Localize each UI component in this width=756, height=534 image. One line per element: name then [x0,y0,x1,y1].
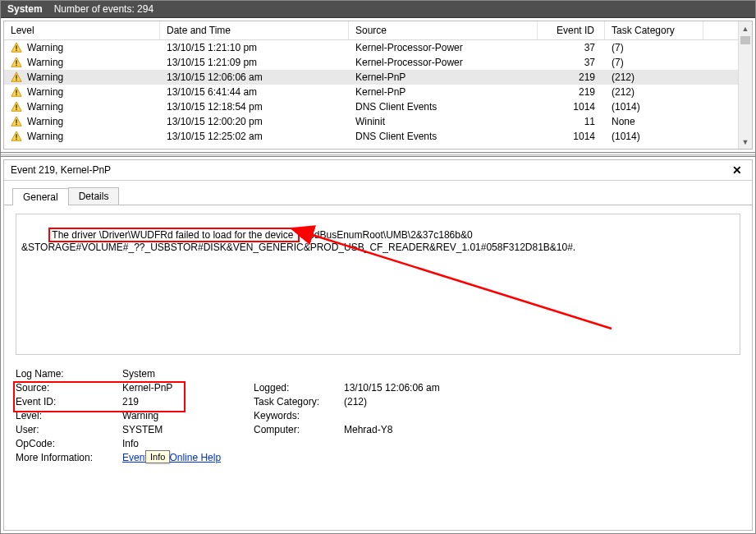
opcode-label: OpCode: [16,438,122,449]
cell-event-id: 219 [538,70,605,85]
col-source[interactable]: Source [349,21,538,39]
close-icon[interactable]: ✕ [729,163,745,177]
level-text: Warning [27,57,63,68]
tooltip: Info [145,450,170,463]
cell-source: DNS Client Events [349,129,538,144]
col-task-category[interactable]: Task Category [605,21,703,39]
col-event-id[interactable]: Event ID [538,21,605,39]
table-row[interactable]: Warning13/10/15 1:21:10 pmKernel-Process… [4,40,752,55]
svg-rect-2 [16,50,16,51]
message-highlight: The driver \Driver\WUDFRd failed to load… [48,228,299,242]
scroll-up-arrow[interactable]: ▲ [739,21,752,35]
svg-rect-20 [16,139,16,140]
table-row[interactable]: Warning13/10/15 1:21:09 pmKernel-Process… [4,55,752,70]
cell-datetime: 13/10/15 12:25:02 am [160,129,349,144]
log-name-value: System [122,368,254,380]
cell-event-id: 37 [538,40,605,55]
keywords-value [344,410,508,421]
cell-task-category: (212) [605,85,703,99]
logged-label: Logged: [254,382,344,394]
cell-task-category: (212) [605,70,703,85]
event-log-online-help-link[interactable]: Event Log Online Help [122,452,221,463]
cell-level: Warning [4,40,160,55]
svg-rect-8 [16,80,16,81]
table-row[interactable]: Warning13/10/15 12:06:06 amKernel-PnP219… [4,70,752,85]
tab-content-general: The driver \Driver\WUDFRd failed to load… [4,205,752,530]
table-row[interactable]: Warning13/10/15 12:18:54 pmDNS Client Ev… [4,99,752,114]
tabs-row: General Details [4,181,752,205]
level-text: Warning [27,71,63,83]
cell-datetime: 13/10/15 1:21:10 pm [160,40,349,55]
cell-task-category: (1014) [605,99,703,114]
cell-task-category: (7) [605,55,703,70]
cell-event-id: 219 [538,85,605,99]
warning-icon [11,116,22,127]
col-datetime[interactable]: Date and Time [160,21,349,39]
more-info-label: More Information: [16,452,122,463]
table-row[interactable]: Warning13/10/15 12:00:20 pmWininit11None [4,114,752,129]
event-count-label: Number of events: 294 [54,3,153,15]
cell-event-id: 11 [538,114,605,129]
svg-rect-19 [16,134,16,137]
level-text: Warning [27,116,63,127]
table-header-row: Level Date and Time Source Event ID Task… [4,21,752,40]
cell-level: Warning [4,55,160,70]
cell-task-category: (7) [605,40,703,55]
level-label: Level: [16,410,122,421]
event-id-label: Event ID: [16,396,122,407]
cell-level: Warning [4,129,160,144]
event-details-grid: Log Name: System Source: Kernel-PnP Logg… [16,368,740,463]
warning-icon [11,57,22,68]
level-text: Warning [27,131,63,142]
svg-rect-7 [16,75,16,78]
cell-datetime: 13/10/15 6:41:44 am [160,85,349,99]
cell-event-id: 37 [538,55,605,70]
svg-rect-17 [16,124,16,125]
cell-source: Wininit [349,114,538,129]
cell-source: Kernel-PnP [349,85,538,99]
splitter[interactable] [1,153,755,157]
table-body[interactable]: Warning13/10/15 1:21:10 pmKernel-Process… [4,40,752,148]
cell-source: Kernel-Processor-Power [349,55,538,70]
titlebar: System Number of events: 294 [1,1,755,18]
col-level[interactable]: Level [4,21,160,39]
scroll-down-arrow[interactable]: ▼ [739,135,752,149]
logged-value: 13/10/15 12:06:06 am [344,382,508,394]
cell-event-id: 1014 [538,129,605,144]
vertical-scrollbar[interactable]: ▲ ▼ [738,21,752,149]
user-label: User: [16,424,122,435]
cell-source: DNS Client Events [349,99,538,114]
warning-icon [11,131,22,142]
svg-rect-16 [16,119,16,122]
table-row[interactable]: Warning13/10/15 12:25:02 amDNS Client Ev… [4,129,752,144]
task-category-value: (212) [344,396,508,407]
svg-rect-10 [16,90,16,93]
source-label: Source: [16,382,122,394]
computer-value: Mehrad-Y8 [344,424,508,435]
svg-rect-14 [16,109,16,110]
log-name-label: Log Name: [16,368,122,380]
cell-datetime: 13/10/15 12:06:06 am [160,70,349,85]
cell-level: Warning [4,85,160,99]
cell-datetime: 13/10/15 12:00:20 pm [160,114,349,129]
cell-level: Warning [4,70,160,85]
tab-general[interactable]: General [12,188,69,205]
warning-icon [11,101,22,113]
cell-task-category: None [605,114,703,129]
scroll-thumb[interactable] [740,36,750,44]
detail-pane-title: Event 219, Kernel-PnP [11,164,111,176]
user-value: SYSTEM [122,424,254,435]
event-detail-pane: Event 219, Kernel-PnP ✕ General Details … [3,159,753,531]
cell-level: Warning [4,99,160,114]
tab-details[interactable]: Details [68,187,120,205]
cell-datetime: 13/10/15 1:21:09 pm [160,55,349,70]
opcode-value: Info [122,438,254,449]
svg-rect-13 [16,104,16,108]
svg-rect-5 [16,65,16,66]
svg-rect-11 [16,94,16,95]
level-text: Warning [27,86,63,98]
source-value: Kernel-PnP [122,382,254,394]
table-row[interactable]: Warning13/10/15 6:41:44 amKernel-PnP219(… [4,85,752,99]
cell-task-category: (1014) [605,129,703,144]
level-value: Warning [122,410,254,421]
